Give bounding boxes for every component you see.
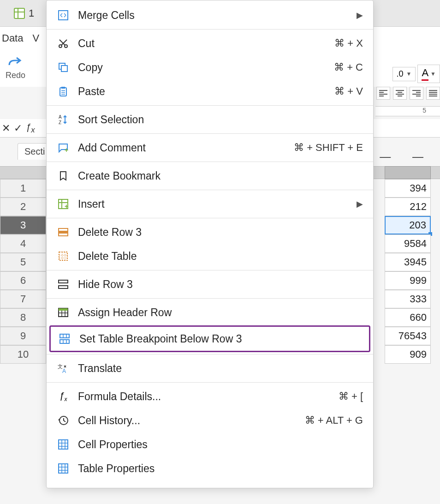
svg-rect-25 (59, 464, 68, 473)
cell[interactable]: 660 (385, 308, 431, 327)
svg-rect-24 (59, 440, 68, 449)
menu-hide-row[interactable]: Hide Row 3 (47, 272, 373, 296)
menu-label: Cut (78, 37, 326, 50)
svg-rect-19 (60, 334, 69, 338)
menu-cell-history[interactable]: Cell History... ⌘ + ALT + G (47, 408, 373, 432)
svg-text:A: A (62, 368, 66, 374)
cell[interactable]: 9584 (385, 234, 431, 253)
menu-shortcut: ⌘ + ALT + G (305, 414, 363, 426)
row-header[interactable]: 4 (0, 234, 46, 253)
menu-formula-details[interactable]: ƒx Formula Details... ⌘ + [ (47, 384, 373, 408)
row-header[interactable]: 3 (0, 216, 46, 234)
cell[interactable]: 76543 (385, 327, 431, 345)
menu-divider (47, 270, 373, 270)
cell[interactable]: 999 (385, 271, 431, 290)
svg-rect-4 (61, 66, 67, 72)
row-header[interactable]: 7 (0, 290, 46, 308)
cell[interactable]: 394 (385, 179, 431, 198)
cell[interactable]: 909 (385, 345, 431, 364)
bookmark-icon (57, 169, 70, 182)
context-menu: Merge Cells ▶ Cut ⌘ + X Copy ⌘ + C Paste… (46, 0, 374, 488)
menu-label: Copy (78, 61, 326, 74)
alignment-buttons (376, 87, 440, 100)
copy-icon (57, 61, 70, 74)
menu-data[interactable]: Data (2, 32, 23, 44)
cancel-icon[interactable]: ✕ (2, 122, 10, 134)
svg-text:A: A (59, 114, 62, 120)
svg-rect-20 (60, 340, 69, 343)
menu-label: Delete Table (78, 250, 363, 263)
menu-shortcut: ⌘ + [ (339, 390, 363, 402)
translate-icon: 文A (57, 362, 70, 375)
ruler: 5 (375, 106, 440, 116)
menu-label: Set Table Breakpoint Below Row 3 (79, 333, 362, 345)
menu-sort-selection[interactable]: AZ Sort Selection (47, 108, 373, 132)
header-row-icon (57, 306, 70, 319)
menu-shortcut: ⌘ + SHIFT + E (294, 142, 363, 154)
menu-view-partial[interactable]: V (32, 32, 39, 44)
row-header[interactable]: 5 (0, 253, 46, 271)
comment-icon: + (57, 141, 70, 154)
cell[interactable]: 212 (385, 198, 431, 216)
menu-label: Cell History... (78, 414, 297, 427)
row-header[interactable]: 9 (0, 327, 46, 345)
chevron-right-icon: ▶ (357, 10, 363, 20)
menu-label: Hide Row 3 (78, 278, 363, 291)
menu-highlighted-item: Set Table Breakpoint Below Row 3 (49, 325, 370, 352)
menu-label: Delete Row 3 (78, 226, 363, 239)
align-left-button[interactable] (376, 87, 390, 100)
row-header[interactable]: 1 (0, 179, 46, 198)
svg-rect-0 (59, 11, 68, 20)
align-justify-button[interactable] (426, 87, 440, 100)
menu-shortcut: ⌘ + V (334, 85, 363, 97)
menu-delete-row[interactable]: Delete Row 3 (47, 220, 373, 244)
svg-rect-15 (59, 280, 68, 283)
dropdown-arrow-icon: ▼ (406, 71, 412, 77)
menu-label: Table Properties (78, 462, 363, 475)
cell[interactable]: 333 (385, 290, 431, 308)
decimal-format-button[interactable]: .0 ▼ (392, 67, 416, 81)
menu-delete-table[interactable]: Delete Table (47, 244, 373, 268)
menu-add-comment[interactable]: + Add Comment ⌘ + SHIFT + E (47, 136, 373, 160)
menu-merge-cells[interactable]: Merge Cells ▶ (47, 3, 373, 27)
svg-rect-14 (59, 252, 67, 260)
insert-icon: + (57, 198, 70, 210)
column-header[interactable] (385, 166, 431, 179)
menu-shortcut: ⌘ + C (334, 61, 363, 73)
menu-label: Merge Cells (78, 9, 348, 22)
row-header[interactable]: 8 (0, 308, 46, 327)
menu-cell-properties[interactable]: Cell Properties (47, 432, 373, 456)
menu-insert[interactable]: + Insert ▶ (47, 192, 373, 216)
menu-label: Cell Properties (78, 438, 363, 451)
align-center-button[interactable] (393, 87, 407, 100)
menu-assign-header-row[interactable]: Assign Header Row (47, 300, 373, 324)
menu-label: Insert (78, 198, 348, 210)
fx-icon[interactable]: ƒx (26, 122, 35, 135)
sheet-tab-label[interactable]: 1 (29, 7, 34, 19)
menu-cut[interactable]: Cut ⌘ + X (47, 31, 373, 55)
accept-icon[interactable]: ✓ (14, 122, 22, 134)
formula-icon: ƒx (57, 390, 70, 403)
menu-paste[interactable]: Paste ⌘ + V (47, 79, 373, 103)
svg-text:Z: Z (59, 120, 61, 125)
breakpoint-icon (58, 332, 71, 345)
delete-table-icon (57, 250, 70, 263)
font-color-button[interactable]: A ▼ (417, 65, 440, 83)
cell[interactable]: 203 (385, 216, 431, 234)
redo-button[interactable]: Redo (6, 57, 25, 80)
redo-label: Redo (6, 71, 25, 80)
menu-table-properties[interactable]: Table Properties (47, 456, 373, 480)
row-header[interactable]: 10 (0, 345, 46, 364)
menu-copy[interactable]: Copy ⌘ + C (47, 55, 373, 79)
row-header[interactable]: 6 (0, 271, 46, 290)
menu-create-bookmark[interactable]: Create Bookmark (47, 164, 373, 188)
menu-divider (47, 105, 373, 106)
row-header[interactable]: 2 (0, 198, 46, 216)
cell[interactable]: 3945 (385, 253, 431, 271)
redo-icon (7, 57, 24, 69)
menu-set-table-breakpoint[interactable]: Set Table Breakpoint Below Row 3 (51, 327, 369, 351)
menu-translate[interactable]: 文A Translate (47, 356, 373, 380)
dropdown-arrow-icon: ▼ (430, 71, 436, 77)
chevron-right-icon: ▶ (357, 199, 363, 209)
align-right-button[interactable] (410, 87, 423, 100)
